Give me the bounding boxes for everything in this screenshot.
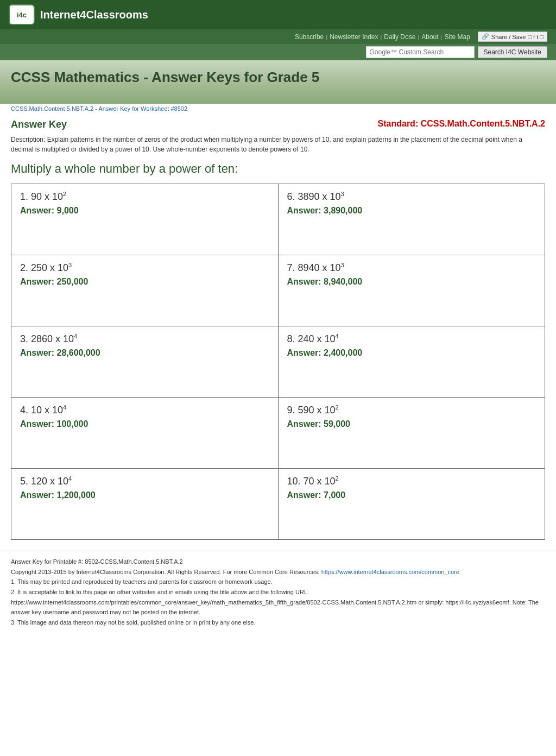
- description: Description: Explain patterns in the num…: [11, 135, 545, 154]
- nav-subscribe[interactable]: Subscribe: [295, 33, 324, 41]
- nav-sep-2: |: [381, 34, 382, 40]
- problem-8-question: 8. 240 x 104: [287, 333, 536, 345]
- problem-9-answer: Answer: 59,000: [287, 419, 536, 429]
- nav-newsletter[interactable]: Newsletter Index: [330, 33, 378, 41]
- problem-4-answer: Answer: 100,000: [20, 419, 269, 429]
- problem-6-answer: Answer: 3,890,000: [287, 206, 536, 216]
- problem-cell-6: 6. 3890 x 103 Answer: 3,890,000: [279, 184, 545, 255]
- banner: CCSS Mathematics - Answer Keys for Grade…: [0, 60, 556, 104]
- problem-3-question: 3. 2860 x 104: [20, 333, 269, 345]
- problem-row-2: 2. 250 x 103 Answer: 250,000 7. 8940 x 1…: [11, 255, 545, 326]
- footer-note3: 3. This image and data thereon may not b…: [11, 618, 545, 628]
- problem-5-question: 5. 120 x 104: [20, 475, 269, 487]
- page-title: CCSS Mathematics - Answer Keys for Grade…: [11, 69, 545, 86]
- ak-header: Answer Key Standard: CCSS.Math.Content.5…: [11, 119, 545, 130]
- problem-6-question: 6. 3890 x 103: [287, 191, 536, 203]
- problem-7-question: 7. 8940 x 103: [287, 262, 536, 274]
- problem-cell-10: 10. 70 x 102 Answer: 7,000: [279, 469, 545, 539]
- problem-4-question: 4. 10 x 104: [20, 404, 269, 416]
- logo-icon: i4c: [9, 4, 35, 25]
- problem-cell-4: 4. 10 x 104 Answer: 100,000: [11, 398, 279, 468]
- nav-bar: Subscribe | Newsletter Index | Daily Dos…: [0, 29, 556, 44]
- footer-copyright-link[interactable]: https://www.internet4classrooms.com/comm…: [321, 569, 459, 575]
- footer-note1: 1. This may be printed and reproduced by…: [11, 577, 545, 587]
- nav-about[interactable]: About: [421, 33, 438, 41]
- footer-note2: 2. It is acceptable to link to this page…: [11, 587, 545, 597]
- problem-2-question: 2. 250 x 103: [20, 262, 269, 274]
- problem-row-4: 4. 10 x 104 Answer: 100,000 9. 590 x 102…: [11, 398, 545, 469]
- problem-row-3: 3. 2860 x 104 Answer: 28,600,000 8. 240 …: [11, 326, 545, 398]
- problem-row-5: 5. 120 x 104 Answer: 1,200,000 10. 70 x …: [11, 469, 545, 539]
- problem-cell-1: 1. 90 x 102 Answer: 9,000: [11, 184, 279, 255]
- ak-label: Answer Key: [11, 119, 67, 130]
- nav-daily-dose[interactable]: Daily Dose: [384, 33, 415, 41]
- footer-url: https://www.internet4classrooms.com/prin…: [11, 597, 545, 618]
- problem-2-answer: Answer: 250,000: [20, 277, 269, 287]
- search-bar: Search I4C Website: [0, 44, 556, 60]
- main-content: Answer Key Standard: CCSS.Math.Content.5…: [0, 114, 556, 551]
- footer-printable: Answer Key for Printable #: 8502-CCSS.Ma…: [11, 557, 545, 567]
- problem-7-answer: Answer: 8,940,000: [287, 277, 536, 287]
- nav-sitemap[interactable]: Site Map: [444, 33, 470, 41]
- problem-cell-5: 5. 120 x 104 Answer: 1,200,000: [11, 469, 279, 539]
- problem-5-answer: Answer: 1,200,000: [20, 490, 269, 500]
- footer: Answer Key for Printable #: 8502-CCSS.Ma…: [0, 551, 556, 633]
- share-widget[interactable]: 🔗 Share / Save □ f t □: [478, 32, 547, 42]
- search-button[interactable]: Search I4C Website: [478, 46, 548, 58]
- problem-cell-3: 3. 2860 x 104 Answer: 28,600,000: [11, 326, 279, 397]
- breadcrumb-link[interactable]: CCSS.Math.Content.5.NBT.A.2 - Answer Key…: [11, 105, 187, 112]
- problem-8-answer: Answer: 2,400,000: [287, 348, 536, 358]
- problem-10-question: 10. 70 x 102: [287, 475, 536, 487]
- share-label: Share / Save: [491, 34, 526, 40]
- site-header: i4c Internet4Classrooms: [0, 0, 556, 29]
- site-name: Internet4Classrooms: [40, 9, 148, 21]
- logo-area: i4c Internet4Classrooms: [9, 4, 148, 25]
- share-icon: 🔗: [482, 33, 489, 40]
- problem-1-answer: Answer: 9,000: [20, 206, 269, 216]
- problem-10-answer: Answer: 7,000: [287, 490, 536, 500]
- share-icons: □ f t □: [528, 34, 544, 40]
- section-heading: Multiply a whole number by a power of te…: [11, 162, 545, 176]
- problem-row-1: 1. 90 x 102 Answer: 9,000 6. 3890 x 103 …: [11, 184, 545, 255]
- standard-label: Standard: CCSS.Math.Content.5.NBT.A.2: [378, 119, 545, 129]
- breadcrumb: CCSS.Math.Content.5.NBT.A.2 - Answer Key…: [0, 104, 556, 114]
- problem-cell-9: 9. 590 x 102 Answer: 59,000: [279, 398, 545, 468]
- footer-copyright: Copyright 2013-2015 by Internet4Classroo…: [11, 567, 545, 577]
- problem-3-answer: Answer: 28,600,000: [20, 348, 269, 358]
- nav-sep-3: |: [418, 34, 419, 40]
- problem-9-question: 9. 590 x 102: [287, 404, 536, 416]
- problem-1-question: 1. 90 x 102: [20, 191, 269, 203]
- problem-cell-2: 2. 250 x 103 Answer: 250,000: [11, 255, 279, 326]
- nav-sep-4: |: [441, 34, 443, 40]
- problem-cell-8: 8. 240 x 104 Answer: 2,400,000: [279, 326, 545, 397]
- nav-sep-1: |: [326, 34, 327, 40]
- nav-links: Subscribe | Newsletter Index | Daily Dos…: [295, 32, 547, 42]
- search-input[interactable]: [366, 46, 475, 58]
- problems-grid: 1. 90 x 102 Answer: 9,000 6. 3890 x 103 …: [11, 184, 545, 540]
- problem-cell-7: 7. 8940 x 103 Answer: 8,940,000: [279, 255, 545, 326]
